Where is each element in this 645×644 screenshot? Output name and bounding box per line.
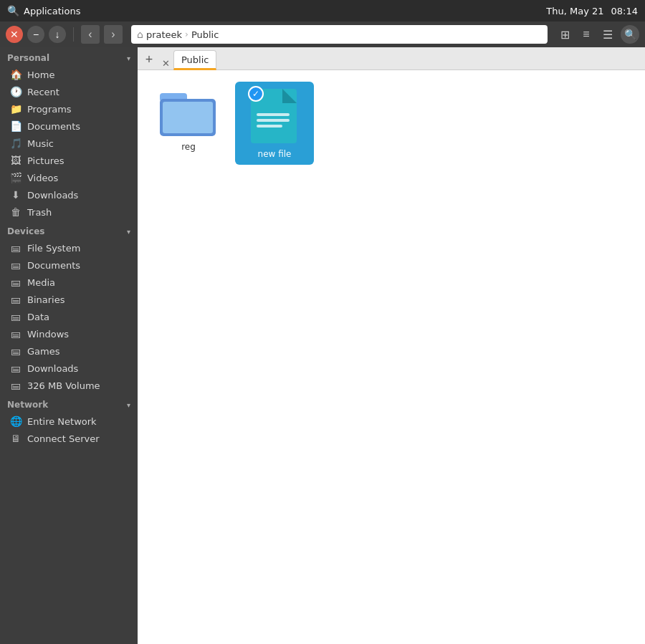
network-label: Network (7, 400, 48, 410)
data-icon: 🖴 (10, 311, 22, 322)
sidebar-item-label: Entire Network (27, 416, 97, 427)
sidebar-item-documents-device[interactable]: 🖴 Documents (0, 256, 138, 274)
download-button[interactable]: ↓ (49, 26, 66, 43)
list-view-button[interactable]: ≡ (578, 26, 595, 43)
videos-icon: 🎬 (10, 172, 22, 183)
sidebar-item-recent[interactable]: 🕐 Recent (0, 83, 138, 100)
app-label: Applications (24, 6, 80, 16)
top-bar: 🔍 Applications Thu, May 21 08:14 (0, 0, 645, 21)
network-section-header[interactable]: Network ▾ (0, 394, 138, 413)
volume-icon: 🖴 (10, 380, 22, 391)
svg-rect-6 (257, 113, 290, 116)
sidebar-item-filesystem[interactable]: 🖴 File System (0, 239, 138, 256)
personal-items: 🏠 Home 🕐 Recent 📁 Programs 📄 Documents 🎵… (0, 66, 138, 221)
folder-icon (160, 87, 217, 138)
devices-section-header[interactable]: Devices ▾ (0, 221, 138, 239)
games-icon: 🖴 (10, 345, 22, 357)
search-icon: 🔍 (7, 5, 19, 16)
sidebar-item-pictures[interactable]: 🖼 Pictures (0, 152, 138, 169)
add-tab-button[interactable]: + (140, 51, 158, 68)
personal-label: Personal (7, 53, 49, 63)
svg-rect-7 (257, 119, 290, 122)
recent-icon: 🕐 (10, 86, 22, 97)
sidebar-item-label: Data (27, 312, 49, 322)
tab-bar: + ✕ Public (138, 47, 645, 70)
network-items: 🌐 Entire Network 🖥 Connect Server (0, 413, 138, 447)
sidebar-item-label: Windows (27, 329, 69, 340)
toolbar-separator (73, 27, 74, 42)
downloads-device-icon: 🖴 (10, 362, 22, 374)
sidebar-item-games[interactable]: 🖴 Games (0, 342, 138, 360)
grid-view-button[interactable]: ⊞ (556, 26, 573, 43)
svg-rect-2 (163, 102, 213, 133)
sidebar-item-documents-personal[interactable]: 📄 Documents (0, 117, 138, 135)
sidebar-item-programs[interactable]: 📁 Programs (0, 100, 138, 117)
location-folder[interactable]: Public (191, 29, 219, 40)
media-icon: 🖴 (10, 277, 22, 288)
devices-items: 🖴 File System 🖴 Documents 🖴 Media 🖴 Bina… (0, 239, 138, 394)
trash-icon: 🗑 (10, 206, 22, 218)
sidebar-item-label: Downloads (27, 190, 78, 201)
toolbar: ✕ − ↓ ‹ › ⌂ prateek › Public ⊞ ≡ ☰ 🔍 (0, 21, 645, 47)
back-button[interactable]: ‹ (81, 25, 100, 44)
sidebar-item-downloads-personal[interactable]: ⬇ Downloads (0, 186, 138, 203)
filesystem-icon: 🖴 (10, 242, 22, 254)
file-item-new-file[interactable]: ✓ new file (235, 82, 314, 165)
personal-section-header[interactable]: Personal ▾ (0, 47, 138, 66)
file-label: reg (181, 142, 196, 152)
home-icon: ⌂ (137, 29, 143, 40)
music-icon: 🎵 (10, 138, 22, 149)
main-layout: Personal ▾ 🏠 Home 🕐 Recent 📁 Programs 📄 … (0, 47, 645, 644)
svg-rect-8 (257, 125, 282, 128)
tab-public[interactable]: Public (173, 50, 216, 70)
sidebar-item-label: Music (27, 138, 54, 149)
sidebar-item-label: Documents (27, 260, 80, 271)
location-user[interactable]: prateek (146, 29, 182, 40)
sidebar-item-label: Trash (27, 207, 52, 218)
location-bar[interactable]: ⌂ prateek › Public (131, 25, 548, 44)
programs-icon: 📁 (10, 103, 22, 115)
sidebar-item-entire-network[interactable]: 🌐 Entire Network (0, 413, 138, 430)
sidebar-item-music[interactable]: 🎵 Music (0, 135, 138, 152)
file-item-reg[interactable]: reg (149, 82, 228, 165)
sidebar-item-label: Programs (27, 104, 72, 115)
documents-icon: 📄 (10, 120, 22, 132)
entire-network-icon: 🌐 (10, 415, 22, 427)
minimize-button[interactable]: − (27, 26, 44, 43)
sidebar-item-label: Games (27, 346, 59, 357)
sidebar-item-data[interactable]: 🖴 Data (0, 308, 138, 325)
sidebar-item-label: Connect Server (27, 433, 100, 444)
sidebar-item-home[interactable]: 🏠 Home (0, 66, 138, 83)
close-button[interactable]: ✕ (6, 26, 23, 43)
sidebar-item-trash[interactable]: 🗑 Trash (0, 203, 138, 221)
detail-view-button[interactable]: ☰ (599, 26, 616, 43)
sidebar-item-label: Pictures (27, 155, 64, 166)
close-tab-button[interactable]: ✕ (159, 57, 172, 69)
search-button[interactable]: 🔍 (621, 25, 639, 44)
sidebar-item-label: Videos (27, 173, 58, 183)
location-separator: › (185, 29, 188, 39)
file-grid: reg (138, 70, 645, 644)
sidebar-item-media[interactable]: 🖴 Media (0, 274, 138, 291)
forward-button[interactable]: › (104, 25, 123, 44)
sidebar-item-windows[interactable]: 🖴 Windows (0, 325, 138, 342)
network-arrow: ▾ (127, 401, 130, 409)
sidebar-item-binaries[interactable]: 🖴 Binaries (0, 291, 138, 308)
tab-label: Public (181, 54, 209, 65)
sidebar-item-videos[interactable]: 🎬 Videos (0, 169, 138, 186)
sidebar-item-connect-server[interactable]: 🖥 Connect Server (0, 430, 138, 447)
sidebar-item-downloads-device[interactable]: 🖴 Downloads (0, 360, 138, 377)
date-display: Thu, May 21 (546, 6, 603, 16)
sidebar-item-label: 326 MB Volume (27, 380, 100, 391)
personal-arrow: ▾ (127, 54, 130, 62)
document-icon: ✓ (249, 87, 300, 145)
sidebar-item-label: File System (27, 243, 80, 254)
sidebar-item-volume[interactable]: 🖴 326 MB Volume (0, 377, 138, 394)
devices-arrow: ▾ (127, 228, 130, 236)
sidebar-item-label: Binaries (27, 294, 64, 305)
sidebar-item-label: Downloads (27, 363, 78, 374)
downloads-icon: ⬇ (10, 189, 22, 201)
check-badge: ✓ (248, 86, 264, 102)
pictures-icon: 🖼 (10, 155, 22, 166)
content-area: + ✕ Public reg (138, 47, 645, 644)
